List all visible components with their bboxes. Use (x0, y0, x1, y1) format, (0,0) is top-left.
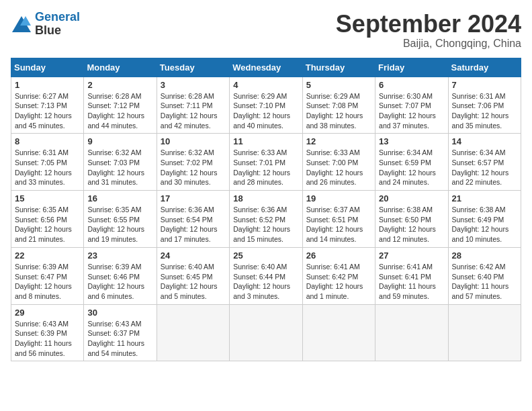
day-number: 13 (379, 136, 444, 146)
empty-cell-w4-c5 (375, 304, 448, 361)
day-number: 15 (15, 193, 80, 203)
day-info: Sunrise: 6:38 AM Sunset: 6:49 PM Dayligh… (452, 205, 517, 244)
day-info: Sunrise: 6:38 AM Sunset: 6:50 PM Dayligh… (379, 205, 444, 244)
day-cell-26: 26 Sunrise: 6:41 AM Sunset: 6:42 PM Dayl… (302, 247, 375, 304)
day-cell-7: 7 Sunrise: 6:31 AM Sunset: 7:06 PM Dayli… (448, 77, 521, 134)
month-title: September 2024 (336, 11, 521, 38)
day-info: Sunrise: 6:29 AM Sunset: 7:08 PM Dayligh… (306, 91, 371, 131)
day-number: 29 (15, 308, 80, 318)
day-number: 4 (233, 80, 298, 90)
day-number: 14 (452, 136, 517, 146)
day-cell-12: 12 Sunrise: 6:33 AM Sunset: 7:00 PM Dayl… (302, 134, 375, 191)
logo-text: General Blue (35, 11, 80, 38)
day-info: Sunrise: 6:37 AM Sunset: 6:51 PM Dayligh… (306, 205, 371, 244)
header-tuesday: Tuesday (157, 58, 229, 77)
day-cell-27: 27 Sunrise: 6:41 AM Sunset: 6:41 PM Dayl… (375, 247, 448, 304)
day-info: Sunrise: 6:30 AM Sunset: 7:07 PM Dayligh… (379, 91, 444, 131)
header-monday: Monday (84, 58, 157, 77)
day-info: Sunrise: 6:34 AM Sunset: 6:59 PM Dayligh… (379, 148, 444, 187)
day-number: 7 (452, 80, 517, 90)
day-cell-11: 11 Sunrise: 6:33 AM Sunset: 7:01 PM Dayl… (230, 134, 302, 191)
day-number: 19 (306, 193, 371, 203)
day-number: 30 (87, 308, 152, 318)
day-info: Sunrise: 6:39 AM Sunset: 6:47 PM Dayligh… (15, 262, 80, 302)
day-info: Sunrise: 6:29 AM Sunset: 7:10 PM Dayligh… (233, 91, 298, 131)
page-header: General Blue September 2024 Baijia, Chon… (11, 11, 521, 50)
day-info: Sunrise: 6:41 AM Sunset: 6:42 PM Dayligh… (306, 262, 371, 302)
title-block: September 2024 Baijia, Chongqing, China (336, 11, 521, 50)
day-cell-20: 20 Sunrise: 6:38 AM Sunset: 6:50 PM Dayl… (375, 191, 448, 248)
day-info: Sunrise: 6:28 AM Sunset: 7:11 PM Dayligh… (161, 91, 226, 131)
day-cell-2: 2 Sunrise: 6:28 AM Sunset: 7:12 PM Dayli… (84, 77, 157, 134)
day-cell-13: 13 Sunrise: 6:34 AM Sunset: 6:59 PM Dayl… (375, 134, 448, 191)
day-number: 28 (452, 250, 517, 261)
day-cell-25: 25 Sunrise: 6:40 AM Sunset: 6:44 PM Dayl… (230, 247, 302, 304)
day-info: Sunrise: 6:27 AM Sunset: 7:13 PM Dayligh… (15, 91, 80, 131)
empty-cell-w4-c3 (230, 304, 302, 361)
day-cell-29: 29 Sunrise: 6:43 AM Sunset: 6:39 PM Dayl… (11, 304, 84, 361)
day-number: 18 (233, 193, 298, 203)
day-cell-17: 17 Sunrise: 6:36 AM Sunset: 6:54 PM Dayl… (157, 191, 229, 248)
week-row-4: 22 Sunrise: 6:39 AM Sunset: 6:47 PM Dayl… (11, 247, 521, 304)
header-thursday: Thursday (302, 58, 375, 77)
day-number: 10 (161, 136, 226, 146)
day-cell-28: 28 Sunrise: 6:42 AM Sunset: 6:40 PM Dayl… (448, 247, 521, 304)
logo-icon (11, 15, 32, 34)
day-cell-19: 19 Sunrise: 6:37 AM Sunset: 6:51 PM Dayl… (302, 191, 375, 248)
day-number: 16 (87, 193, 152, 203)
day-number: 2 (87, 80, 152, 90)
day-info: Sunrise: 6:33 AM Sunset: 7:01 PM Dayligh… (233, 148, 298, 187)
day-info: Sunrise: 6:32 AM Sunset: 7:03 PM Dayligh… (87, 148, 152, 187)
day-cell-18: 18 Sunrise: 6:36 AM Sunset: 6:52 PM Dayl… (230, 191, 302, 248)
header-wednesday: Wednesday (230, 58, 302, 77)
header-sunday: Sunday (11, 58, 84, 77)
day-number: 17 (161, 193, 226, 203)
day-info: Sunrise: 6:36 AM Sunset: 6:52 PM Dayligh… (233, 205, 298, 244)
day-number: 6 (379, 80, 444, 90)
day-cell-23: 23 Sunrise: 6:39 AM Sunset: 6:46 PM Dayl… (84, 247, 157, 304)
week-row-5: 29 Sunrise: 6:43 AM Sunset: 6:39 PM Dayl… (11, 304, 521, 361)
day-number: 22 (15, 250, 80, 261)
day-info: Sunrise: 6:31 AM Sunset: 7:06 PM Dayligh… (452, 91, 517, 131)
day-cell-21: 21 Sunrise: 6:38 AM Sunset: 6:49 PM Dayl… (448, 191, 521, 248)
day-cell-1: 1 Sunrise: 6:27 AM Sunset: 7:13 PM Dayli… (11, 77, 84, 134)
day-cell-22: 22 Sunrise: 6:39 AM Sunset: 6:47 PM Dayl… (11, 247, 84, 304)
day-cell-24: 24 Sunrise: 6:40 AM Sunset: 6:45 PM Dayl… (157, 247, 229, 304)
day-cell-30: 30 Sunrise: 6:43 AM Sunset: 6:37 PM Dayl… (84, 304, 157, 361)
week-row-3: 15 Sunrise: 6:35 AM Sunset: 6:56 PM Dayl… (11, 191, 521, 248)
header-friday: Friday (375, 58, 448, 77)
day-info: Sunrise: 6:40 AM Sunset: 6:45 PM Dayligh… (161, 262, 226, 302)
day-number: 9 (87, 136, 152, 146)
day-number: 3 (161, 80, 226, 90)
day-number: 12 (306, 136, 371, 146)
day-info: Sunrise: 6:39 AM Sunset: 6:46 PM Dayligh… (87, 262, 152, 302)
day-cell-9: 9 Sunrise: 6:32 AM Sunset: 7:03 PM Dayli… (84, 134, 157, 191)
logo: General Blue (11, 11, 80, 38)
day-number: 21 (452, 193, 517, 203)
day-info: Sunrise: 6:42 AM Sunset: 6:40 PM Dayligh… (452, 262, 517, 302)
day-number: 8 (15, 136, 80, 146)
day-number: 24 (161, 250, 226, 261)
day-cell-16: 16 Sunrise: 6:35 AM Sunset: 6:55 PM Dayl… (84, 191, 157, 248)
empty-cell-w4-c6 (448, 304, 521, 361)
day-cell-8: 8 Sunrise: 6:31 AM Sunset: 7:05 PM Dayli… (11, 134, 84, 191)
day-number: 11 (233, 136, 298, 146)
day-cell-15: 15 Sunrise: 6:35 AM Sunset: 6:56 PM Dayl… (11, 191, 84, 248)
day-cell-5: 5 Sunrise: 6:29 AM Sunset: 7:08 PM Dayli… (302, 77, 375, 134)
day-info: Sunrise: 6:41 AM Sunset: 6:41 PM Dayligh… (379, 262, 444, 302)
day-cell-4: 4 Sunrise: 6:29 AM Sunset: 7:10 PM Dayli… (230, 77, 302, 134)
day-number: 26 (306, 250, 371, 261)
day-info: Sunrise: 6:35 AM Sunset: 6:56 PM Dayligh… (15, 205, 80, 244)
day-info: Sunrise: 6:40 AM Sunset: 6:44 PM Dayligh… (233, 262, 298, 302)
day-number: 23 (87, 250, 152, 261)
empty-cell-w4-c2 (157, 304, 229, 361)
day-info: Sunrise: 6:43 AM Sunset: 6:37 PM Dayligh… (87, 319, 152, 359)
weekday-header-row: Sunday Monday Tuesday Wednesday Thursday… (11, 58, 521, 77)
day-number: 5 (306, 80, 371, 90)
day-cell-6: 6 Sunrise: 6:30 AM Sunset: 7:07 PM Dayli… (375, 77, 448, 134)
day-cell-3: 3 Sunrise: 6:28 AM Sunset: 7:11 PM Dayli… (157, 77, 229, 134)
week-row-2: 8 Sunrise: 6:31 AM Sunset: 7:05 PM Dayli… (11, 134, 521, 191)
day-number: 25 (233, 250, 298, 261)
day-number: 1 (15, 80, 80, 90)
day-info: Sunrise: 6:34 AM Sunset: 6:57 PM Dayligh… (452, 148, 517, 187)
